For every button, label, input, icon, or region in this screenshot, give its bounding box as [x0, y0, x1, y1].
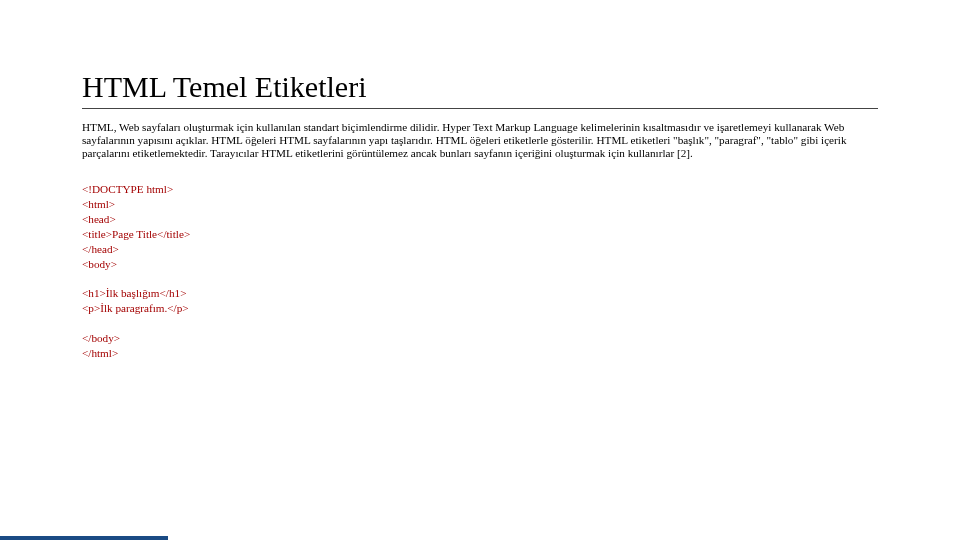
code-line: </html>	[82, 346, 878, 361]
code-line: <body>	[82, 257, 878, 272]
code-line: </body>	[82, 331, 878, 346]
code-line: <html>	[82, 197, 878, 212]
title-rule	[82, 108, 878, 109]
page-title: HTML Temel Etiketleri	[82, 70, 878, 104]
code-line: <!DOCTYPE html>	[82, 182, 878, 197]
slide-container: HTML Temel Etiketleri HTML, Web sayfalar…	[0, 0, 960, 540]
code-line: <title>Page Title</title>	[82, 227, 878, 242]
code-block: <!DOCTYPE html> <html> <head> <title>Pag…	[82, 182, 878, 361]
code-line: <head>	[82, 212, 878, 227]
code-gap	[82, 317, 878, 331]
code-line: <h1>İlk başlığım</h1>	[82, 286, 878, 301]
body-paragraph: HTML, Web sayfaları oluşturmak için kull…	[82, 121, 878, 160]
accent-bar	[0, 536, 168, 540]
code-line: <p>İlk paragrafım.</p>	[82, 301, 878, 316]
code-line: </head>	[82, 242, 878, 257]
code-gap	[82, 272, 878, 286]
